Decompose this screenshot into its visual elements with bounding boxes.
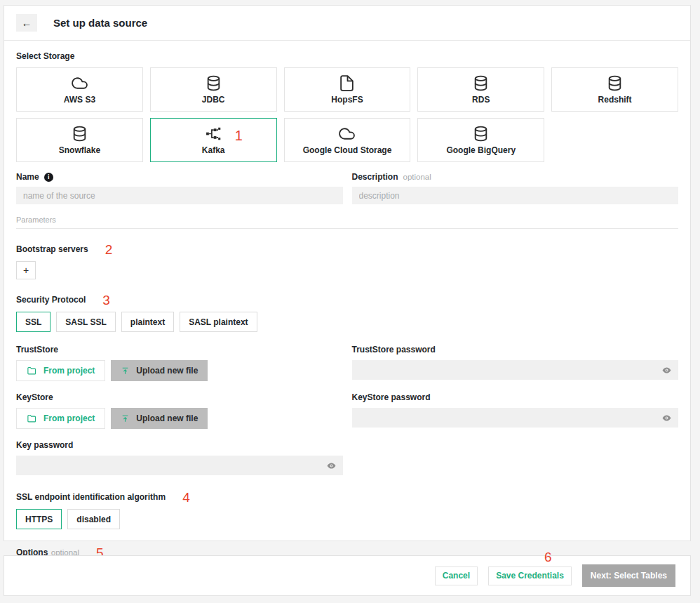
security-protocol-options: SSL SASL SSL plaintext SASL plaintext [16, 312, 678, 332]
keystore-label: KeyStore [16, 392, 343, 402]
truststore-upload-button[interactable]: Upload new file [111, 360, 208, 381]
description-input[interactable] [352, 187, 679, 204]
cloud-icon [338, 125, 356, 143]
tile-label: Redshift [598, 95, 632, 105]
ssl-endpoint-option-https[interactable]: HTTPS [16, 509, 62, 529]
annotation-6: 6 [544, 550, 552, 565]
keystore-from-project-button[interactable]: From project [16, 408, 105, 429]
upload-icon [121, 366, 130, 376]
optional-label: optional [403, 173, 431, 181]
protocol-option-sasl-ssl[interactable]: SASL SSL [56, 312, 115, 332]
name-input[interactable] [16, 187, 343, 204]
keystore-password-input[interactable] [352, 408, 679, 428]
key-password-input[interactable] [16, 456, 343, 475]
info-icon[interactable]: i [44, 173, 53, 182]
storage-tile-google-cloud-storage[interactable]: Google Cloud Storage [284, 118, 411, 162]
keystore-upload-button[interactable]: Upload new file [111, 408, 208, 429]
database-icon [472, 74, 490, 92]
eye-icon[interactable] [661, 365, 672, 376]
cloud-icon [71, 74, 88, 92]
database-icon [606, 74, 624, 92]
page-title: Set up data source [53, 17, 147, 29]
tile-label: HopsFS [331, 95, 363, 105]
storage-tile-google-bigquery[interactable]: Google BigQuery [417, 118, 544, 162]
upload-icon [121, 414, 130, 423]
ssl-endpoint-options: HTTPS disabled [16, 509, 678, 529]
storage-tile-snowflake[interactable]: Snowflake [16, 118, 143, 162]
eye-icon[interactable] [661, 413, 672, 423]
tile-label: AWS S3 [64, 95, 95, 105]
annotation-3: 3 [102, 293, 110, 307]
ssl-endpoint-label: SSL endpoint identification algorithm [16, 492, 166, 502]
file-icon [338, 74, 356, 92]
description-label: Description optional [352, 172, 679, 182]
key-password-label: Key password [16, 440, 343, 450]
storage-tile-kafka[interactable]: Kafka 1 [150, 118, 277, 162]
annotation-2: 2 [105, 242, 113, 257]
truststore-password-input[interactable] [352, 360, 679, 380]
back-arrow-icon: ← [22, 17, 32, 29]
truststore-from-project-button[interactable]: From project [16, 360, 105, 381]
tile-label: Kafka [202, 145, 225, 155]
footer-bar: Cancel Save Credentials Next: Select Tab… [4, 555, 691, 596]
folder-icon [27, 413, 37, 424]
add-bootstrap-server-button[interactable]: + [16, 261, 36, 279]
truststore-password-label: TrustStore password [352, 345, 679, 354]
protocol-option-plaintext[interactable]: plaintext [121, 312, 174, 332]
security-protocol-label: Security Protocol [16, 295, 86, 305]
storage-tile-redshift[interactable]: Redshift [551, 67, 678, 112]
folder-icon [27, 366, 37, 376]
annotation-1: 1 [235, 128, 243, 144]
parameters-label: Parameters [16, 216, 678, 224]
tile-label: RDS [472, 95, 490, 105]
database-icon [205, 74, 222, 92]
storage-tile-hopsfs[interactable]: HopsFS [284, 67, 411, 112]
tile-label: Google BigQuery [446, 145, 516, 155]
tile-label: JDBC [202, 95, 225, 105]
storage-tile-grid: AWS S3 JDBC HopsFS RDS Redshift [16, 67, 678, 162]
protocol-option-sasl-plaintext[interactable]: SASL plaintext [180, 312, 257, 332]
name-label: Name i [16, 172, 343, 182]
protocol-option-ssl[interactable]: SSL [16, 312, 51, 332]
eye-icon[interactable] [326, 460, 337, 471]
back-button[interactable]: ← [16, 14, 37, 32]
kafka-icon [205, 125, 222, 143]
next-select-tables-button[interactable]: Next: Select Tables [582, 564, 675, 587]
cancel-button[interactable]: Cancel [435, 566, 478, 585]
save-credentials-button[interactable]: Save Credentials [488, 566, 572, 585]
select-storage-label: Select Storage [16, 51, 678, 61]
setup-data-source-panel: ← Set up data source Select Storage AWS … [4, 5, 691, 541]
keystore-password-label: KeyStore password [352, 392, 679, 402]
storage-tile-jdbc[interactable]: JDBC [150, 67, 277, 112]
bootstrap-servers-label: Bootstrap servers [16, 244, 88, 254]
database-icon [472, 125, 490, 143]
tile-label: Google Cloud Storage [303, 145, 392, 155]
tile-label: Snowflake [59, 145, 100, 155]
ssl-endpoint-option-disabled[interactable]: disabled [67, 509, 120, 529]
truststore-label: TrustStore [16, 345, 343, 354]
parameters-divider [16, 228, 678, 229]
annotation-4: 4 [182, 490, 190, 505]
storage-tile-rds[interactable]: RDS [417, 67, 544, 112]
storage-tile-aws-s3[interactable]: AWS S3 [16, 67, 143, 112]
database-icon [71, 125, 88, 143]
panel-header: ← Set up data source [4, 6, 690, 41]
